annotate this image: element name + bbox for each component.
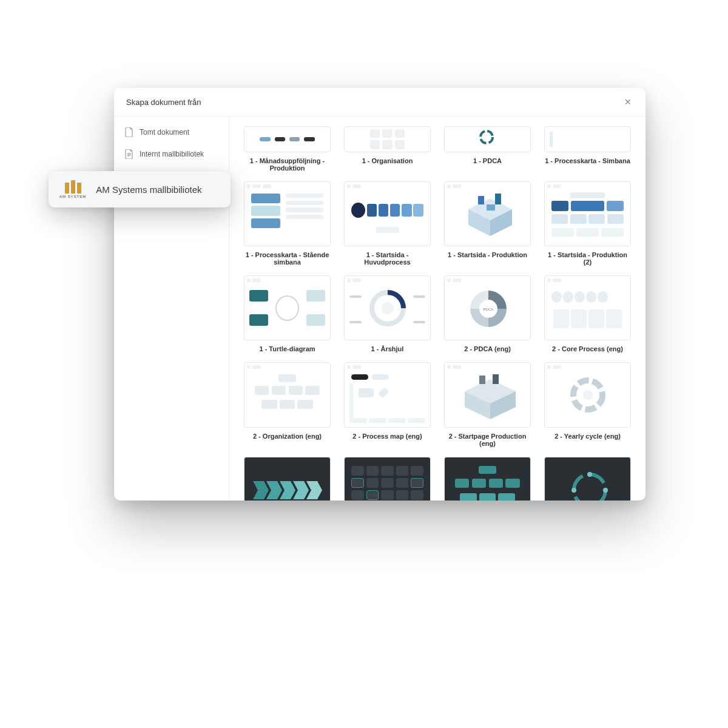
template-thumbnail: [344, 126, 431, 152]
template-card[interactable]: [244, 457, 331, 500]
template-label: 1 - Processkarta - Simbana: [545, 157, 630, 164]
template-card[interactable]: 1 - Turtle-diagram: [244, 275, 331, 352]
template-thumbnail: [344, 275, 431, 340]
svg-point-24: [603, 488, 608, 493]
svg-text:PDCA: PDCA: [483, 308, 493, 311]
template-thumbnail: [444, 181, 531, 246]
document-lines-icon: [125, 149, 133, 159]
template-card[interactable]: 1 - Startsida - Produktion: [444, 181, 531, 266]
template-card[interactable]: 1 - Årshjul: [344, 275, 431, 352]
template-label: 2 - Process map (eng): [352, 433, 422, 440]
callout-am-systems-library[interactable]: AM SYSTEM AM Systems mallbibiliotek: [49, 171, 231, 207]
template-thumbnail: [244, 457, 331, 500]
template-thumbnail: [544, 275, 631, 340]
template-thumbnail: [244, 362, 331, 427]
template-label: 1 - Startsida - Produktion (2): [544, 251, 631, 266]
svg-point-16: [583, 390, 593, 400]
template-label: 1 - PDCA: [473, 157, 502, 164]
template-thumbnail: [444, 126, 531, 152]
svg-rect-14: [493, 374, 499, 384]
svg-point-23: [587, 472, 592, 477]
template-label: 2 - Startpage Production (eng): [444, 433, 531, 447]
svg-point-0: [480, 131, 493, 143]
svg-marker-17: [253, 481, 269, 499]
template-label: 1 - Startsida - Huvudprocess: [344, 251, 431, 266]
template-grid: 1 - Månadsuppföljning - Produktion 1 - O…: [229, 116, 645, 500]
template-card[interactable]: PDCA 2 - PDCA (eng): [444, 275, 531, 352]
template-thumbnail: [344, 181, 431, 246]
isometric-factory-icon: [460, 194, 521, 238]
template-thumbnail: [544, 362, 631, 427]
template-card[interactable]: 1 - Processkarta - Stående simbana: [244, 181, 331, 266]
template-card[interactable]: 2 - Startpage Production (eng): [444, 362, 531, 447]
sidebar-item-internal-library[interactable]: Internt mallbibiliotek: [114, 143, 229, 165]
close-icon[interactable]: ✕: [622, 96, 633, 107]
modal-title: Skapa dokument från: [126, 98, 201, 107]
template-label: 1 - Turtle-diagram: [259, 345, 315, 352]
template-label: 1 - Årshjul: [371, 345, 404, 352]
svg-point-22: [574, 474, 605, 500]
isometric-factory-icon: [459, 374, 522, 419]
template-label: 1 - Organisation: [362, 157, 413, 164]
document-blank-icon: [125, 127, 133, 137]
annual-wheel-icon: [368, 289, 407, 328]
logo-brand-text: AM SYSTEM: [59, 195, 86, 198]
template-card[interactable]: 1 - Månadsuppföljning - Produktion: [244, 126, 331, 172]
template-thumbnail: [244, 181, 331, 246]
create-document-modal: Skapa dokument från ✕ Tomt dokument Inte…: [114, 88, 645, 500]
svg-rect-4: [478, 196, 484, 204]
template-card[interactable]: 2 - Organization (eng): [244, 362, 331, 447]
template-card[interactable]: 1 - Organisation: [344, 126, 431, 172]
template-thumbnail: [544, 181, 631, 246]
template-card[interactable]: [544, 457, 631, 500]
callout-label: AM Systems mallbibiliotek: [96, 184, 201, 195]
template-thumbnail: [544, 457, 631, 500]
template-thumbnail: [444, 457, 531, 500]
am-system-logo: AM SYSTEM: [59, 180, 86, 198]
template-label: 1 - Processkarta - Stående simbana: [244, 251, 331, 266]
sidebar-item-label: Internt mallbibiliotek: [140, 150, 204, 158]
pdca-cycle-icon: PDCA: [467, 288, 510, 330]
sidebar-item-label: Tomt dokument: [140, 128, 189, 136]
template-label: 2 - Yearly cycle (eng): [554, 433, 621, 440]
template-label: 1 - Startsida - Produktion: [448, 251, 527, 258]
svg-point-8: [382, 302, 394, 314]
template-thumbnail: [244, 126, 331, 152]
pdca-cycle-icon: [568, 469, 611, 500]
svg-rect-13: [479, 376, 485, 384]
template-card[interactable]: 1 - Startsida - Produktion (2): [544, 181, 631, 266]
template-card[interactable]: 1 - Startsida - Huvudprocess: [344, 181, 431, 266]
template-label: 1 - Månadsuppföljning - Produktion: [244, 157, 331, 172]
svg-rect-5: [495, 194, 501, 204]
template-card[interactable]: 2 - Core Process (eng): [544, 275, 631, 352]
template-card[interactable]: 2 - Yearly cycle (eng): [544, 362, 631, 447]
template-card[interactable]: 1 - PDCA: [444, 126, 531, 172]
template-thumbnail: [344, 457, 431, 500]
template-thumbnail: PDCA: [444, 275, 531, 340]
svg-rect-6: [487, 204, 495, 211]
template-label: 2 - Organization (eng): [253, 433, 322, 440]
template-card[interactable]: [444, 457, 531, 500]
template-thumbnail: [344, 362, 431, 427]
template-card[interactable]: 1 - Processkarta - Simbana: [544, 126, 631, 172]
template-label: 2 - PDCA (eng): [464, 345, 511, 352]
cycle-icon: [474, 129, 499, 145]
template-label: 2 - Core Process (eng): [552, 345, 623, 352]
template-thumbnail: [244, 275, 331, 340]
sidebar-item-blank-document[interactable]: Tomt dokument: [114, 121, 229, 143]
svg-point-26: [571, 488, 576, 493]
template-card[interactable]: 2 - Process map (eng): [344, 362, 431, 447]
template-thumbnail: [544, 126, 631, 152]
modal-header: Skapa dokument från ✕: [114, 88, 645, 116]
chevron-flow-icon: [253, 475, 326, 500]
template-card[interactable]: [344, 457, 431, 500]
annual-wheel-icon: [568, 376, 607, 414]
template-thumbnail: [444, 362, 531, 427]
